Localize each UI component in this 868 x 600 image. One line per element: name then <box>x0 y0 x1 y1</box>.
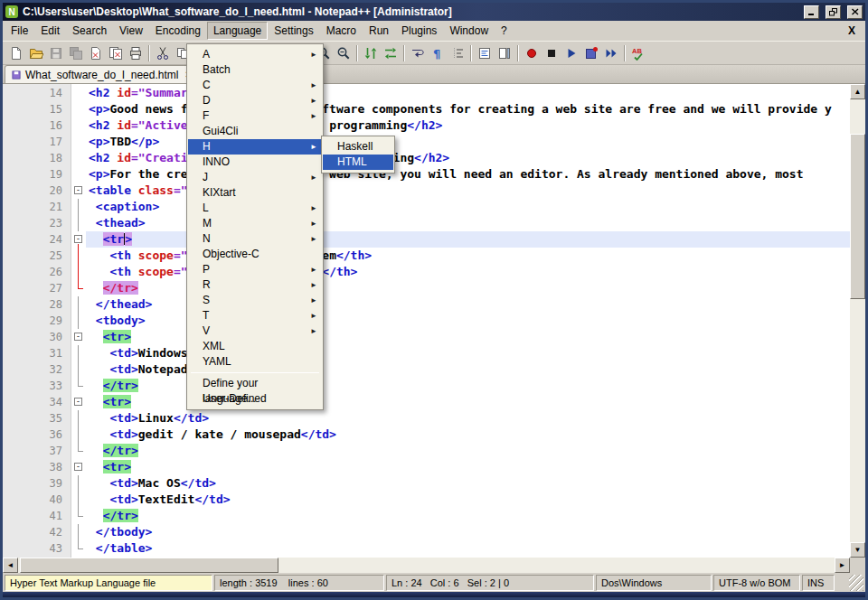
status-eol-format[interactable]: Dos\Windows <box>596 575 712 591</box>
tab-what-software-do-i-need[interactable]: What_software_do_I_need.html ✕ <box>5 65 199 83</box>
line-number[interactable]: 41 <box>3 508 71 524</box>
menubar-item-edit[interactable]: Edit <box>34 22 66 40</box>
scroll-up-arrow[interactable]: ▲ <box>850 84 865 99</box>
close-all-button[interactable] <box>106 43 126 63</box>
code-text[interactable]: </tr> <box>86 508 850 524</box>
code-text[interactable]: <td>Mac OS</td> <box>86 475 850 492</box>
save-all-button[interactable] <box>66 43 86 63</box>
indent-guide-button[interactable] <box>448 43 467 63</box>
line-number[interactable]: 14 <box>3 85 71 101</box>
editor-line-14[interactable]: 14<h2 id="Summary">Summary</h2> <box>3 85 850 101</box>
line-number[interactable]: 21 <box>3 199 71 215</box>
line-number[interactable]: 33 <box>3 378 71 394</box>
line-number[interactable]: 26 <box>3 264 71 280</box>
language-menu-item-yaml[interactable]: YAML <box>188 354 322 370</box>
editor-line-24[interactable]: 24- <tr> <box>3 231 850 248</box>
editor-line-33[interactable]: 33 </tr> <box>3 378 850 394</box>
editor-line-28[interactable]: 28 </thead> <box>3 296 850 313</box>
editor-line-18[interactable]: 18<h2 id="Creating_Editing">Creating and… <box>3 150 850 166</box>
editor-line-21[interactable]: 21 <caption> <box>3 199 850 215</box>
vertical-scroll-thumb[interactable] <box>850 134 865 299</box>
minimize-button[interactable] <box>804 5 819 19</box>
close-window-button[interactable] <box>847 5 863 19</box>
line-number[interactable]: 36 <box>3 427 71 443</box>
fold-collapse-marker[interactable]: - <box>71 231 86 248</box>
editor-line-39[interactable]: 39 <td>Mac OS</td> <box>3 475 850 492</box>
menubar-item-file[interactable]: File <box>5 22 34 40</box>
language-menu-item-define-your-language[interactable]: Define your language... <box>188 376 322 391</box>
horizontal-scroll-track[interactable] <box>18 558 835 573</box>
menubar-item-window[interactable]: Window <box>443 22 495 40</box>
stop-recording-button[interactable] <box>542 43 561 63</box>
editor-line-34[interactable]: 34- <tr> <box>3 394 850 410</box>
line-number[interactable]: 30 <box>3 329 71 345</box>
line-number[interactable]: 25 <box>3 248 71 264</box>
line-number[interactable]: 24 <box>3 231 71 248</box>
language-menu-item-t[interactable]: T► <box>188 308 322 323</box>
show-all-characters-button[interactable]: ¶ <box>428 43 448 63</box>
editor-line-29[interactable]: 29 <tbody> <box>3 313 850 329</box>
fold-collapse-marker[interactable]: - <box>71 394 86 410</box>
menubar-item-help[interactable]: ? <box>495 22 514 40</box>
menubar-item-plugins[interactable]: Plugins <box>395 22 443 40</box>
cut-button[interactable] <box>153 43 173 63</box>
line-number[interactable]: 32 <box>3 361 71 378</box>
editor-line-30[interactable]: 30- <tr> <box>3 329 850 345</box>
code-text[interactable]: <td>gedit / kate / mousepad</td> <box>86 427 850 443</box>
editor-line-15[interactable]: 15<p>Good news first: All of the softwar… <box>3 101 850 117</box>
line-number[interactable]: 28 <box>3 296 71 313</box>
line-number[interactable]: 39 <box>3 475 71 492</box>
start-recording-button[interactable] <box>522 43 542 63</box>
editor-line-27[interactable]: 27 </tr> <box>3 280 850 296</box>
horizontal-scroll-thumb[interactable] <box>20 558 278 573</box>
editor-line-43[interactable]: 43 </table> <box>3 540 850 557</box>
document-map-button[interactable] <box>495 43 514 63</box>
function-list-button[interactable] <box>475 43 495 63</box>
open-file-button[interactable] <box>26 43 46 63</box>
scroll-down-arrow[interactable]: ▼ <box>850 542 865 558</box>
editor-line-17[interactable]: 17<p>TBD</p> <box>3 134 850 150</box>
line-number[interactable]: 38 <box>3 459 71 475</box>
fold-collapse-marker[interactable]: - <box>71 183 86 199</box>
language-menu-item-p[interactable]: P► <box>188 262 322 277</box>
new-file-button[interactable] <box>6 43 26 63</box>
line-number[interactable]: 43 <box>3 540 71 557</box>
menubar-item-run[interactable]: Run <box>363 22 395 40</box>
language-menu-item-a[interactable]: A► <box>188 47 322 62</box>
language-menu-item-f[interactable]: F► <box>188 108 322 124</box>
menubar-item-macro[interactable]: Macro <box>320 22 363 40</box>
menubar-item-encoding[interactable]: Encoding <box>149 22 207 40</box>
language-menu-item-h[interactable]: H► <box>188 139 322 155</box>
code-text[interactable]: </tbody> <box>86 524 850 540</box>
close-file-button[interactable] <box>86 43 106 63</box>
language-menu-item-xml[interactable]: XML <box>188 339 322 354</box>
language-menu-item-d[interactable]: D► <box>188 93 322 108</box>
menubar-item-language[interactable]: Language <box>207 22 268 40</box>
h-submenu-item-haskell[interactable]: Haskell <box>323 139 393 155</box>
sync-horizontal-scroll-button[interactable] <box>381 43 401 63</box>
sync-vertical-scroll-button[interactable] <box>361 43 381 63</box>
scroll-left-arrow[interactable]: ◄ <box>3 558 18 573</box>
save-macro-button[interactable] <box>581 43 601 63</box>
editor-line-25[interactable]: 25 <th scope="col">Operating system</th> <box>3 248 850 264</box>
language-menu-item-kixtart[interactable]: KIXtart <box>188 185 322 201</box>
editor-line-26[interactable]: 26 <th scope="col">Default editor</th> <box>3 264 850 280</box>
language-menu-item-user-defined[interactable]: User-Defined <box>188 391 322 407</box>
line-number[interactable]: 31 <box>3 345 71 361</box>
editor-line-38[interactable]: 38- <tr> <box>3 459 850 475</box>
fold-collapse-marker[interactable]: - <box>71 329 86 345</box>
status-cursor-position[interactable]: Ln : 24 Col : 6 Sel : 2 | 0 <box>386 575 594 591</box>
zoom-out-button[interactable] <box>334 43 354 63</box>
line-number[interactable]: 17 <box>3 134 71 150</box>
language-menu-item-v[interactable]: V► <box>188 323 322 339</box>
line-number[interactable]: 29 <box>3 313 71 329</box>
run-macro-multiple-button[interactable] <box>601 43 621 63</box>
menubar-item-settings[interactable]: Settings <box>268 22 319 40</box>
language-menu-item-c[interactable]: C► <box>188 78 322 93</box>
line-number[interactable]: 42 <box>3 524 71 540</box>
language-menu-item-l[interactable]: L► <box>188 201 322 216</box>
code-text[interactable]: <tr> <box>86 459 850 475</box>
language-menu-item-gui4cli[interactable]: Gui4Cli <box>188 124 322 139</box>
editor-line-16[interactable]: 16<h2 id="Active_Learning">Web site prog… <box>3 117 850 134</box>
code-text[interactable]: <td>Linux</td> <box>86 410 850 427</box>
